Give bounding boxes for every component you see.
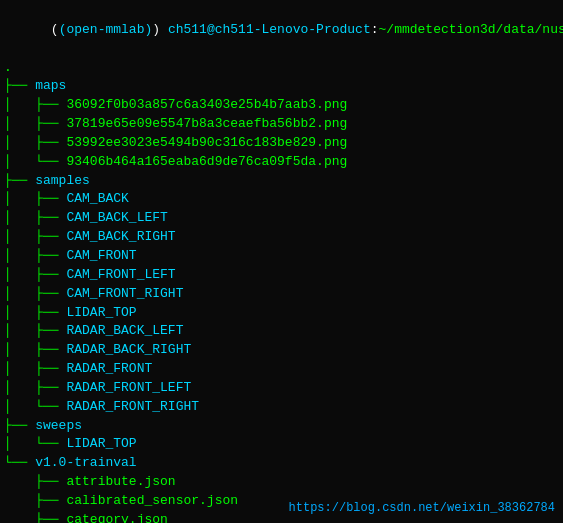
terminal: ((open-mmlab)) ch511@ch511-Lenovo-Produc… (0, 0, 563, 523)
tree-entry: │ ├── 37819e65e09e5547b8a3ceaefba56bb2.p… (4, 115, 559, 134)
tree-entry: ├── maps (4, 77, 559, 96)
tree-entry: │ └── 93406b464a165eaba6d9de76ca09f5da.p… (4, 153, 559, 172)
env-bracket: ( (51, 22, 59, 37)
tree-entry: ├── samples (4, 172, 559, 191)
path-text: ~/mmdetection3d/data/nuscenes (379, 22, 563, 37)
tree-entry: └── v1.0-trainval (4, 454, 559, 473)
tree-entry: │ ├── 36092f0b03a857c6a3403e25b4b7aab3.p… (4, 96, 559, 115)
tree-entry: ├── sweeps (4, 417, 559, 436)
tree-entry: │ └── RADAR_FRONT_RIGHT (4, 398, 559, 417)
tree-entry: │ ├── CAM_BACK_LEFT (4, 209, 559, 228)
user-host: ch511@ch511-Lenovo-Product (168, 22, 371, 37)
watermark: https://blog.csdn.net/weixin_38362784 (289, 501, 555, 515)
tree-root: . (4, 59, 559, 78)
prompt-text: ((open-mmlab)) ch511@ch511-Lenovo-Produc… (4, 2, 563, 59)
tree-entry: ├── attribute.json (4, 473, 559, 492)
tree-entry: │ └── LIDAR_TOP (4, 435, 559, 454)
tree-entry: │ ├── CAM_BACK (4, 190, 559, 209)
tree-entry: │ ├── CAM_FRONT_RIGHT (4, 285, 559, 304)
tree-entry: │ ├── LIDAR_TOP (4, 304, 559, 323)
tree-entry: │ ├── RADAR_BACK_LEFT (4, 322, 559, 341)
tree-entry: │ ├── RADAR_FRONT_LEFT (4, 379, 559, 398)
prompt-line: ((open-mmlab)) ch511@ch511-Lenovo-Produc… (4, 2, 559, 59)
tree-container: ├── maps│ ├── 36092f0b03a857c6a3403e25b4… (4, 77, 559, 523)
tree-entry: │ ├── CAM_BACK_RIGHT (4, 228, 559, 247)
tree-entry: │ ├── CAM_FRONT_LEFT (4, 266, 559, 285)
tree-entry: │ ├── 53992ee3023e5494b90c316c183be829.p… (4, 134, 559, 153)
tree-entry: │ ├── RADAR_BACK_RIGHT (4, 341, 559, 360)
tree-entry: │ ├── RADAR_FRONT (4, 360, 559, 379)
env-name: (open-mmlab) (59, 22, 153, 37)
tree-entry: │ ├── CAM_FRONT (4, 247, 559, 266)
